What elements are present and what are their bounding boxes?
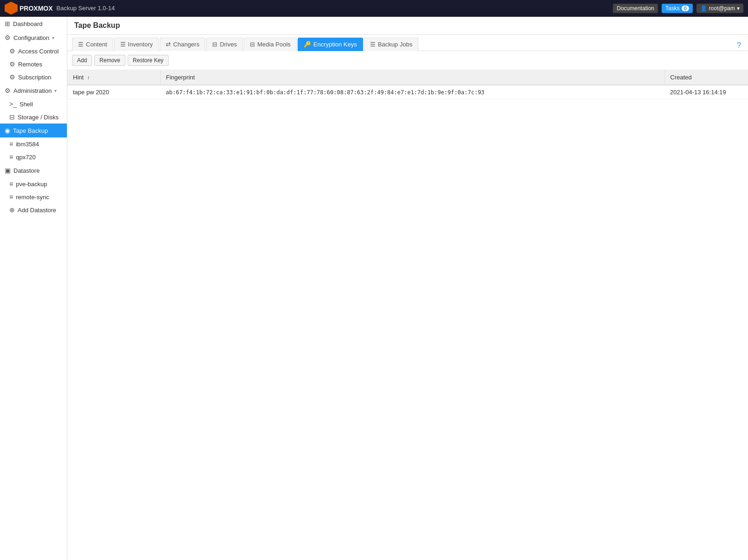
add-button[interactable]: Add bbox=[72, 55, 92, 66]
cell-fingerprint: ab:67:f4:1b:72:ca:33:e1:91:bf:0b:da:df:1… bbox=[160, 85, 664, 99]
tab-media-pools-label: Media Pools bbox=[257, 41, 291, 48]
dashboard-icon: ⊞ bbox=[5, 20, 10, 27]
user-menu-button[interactable]: 👤 root@pam ▾ bbox=[696, 4, 743, 13]
sidebar-item-dashboard[interactable]: ⊞ Dashboard bbox=[0, 17, 67, 31]
tab-encryption-keys[interactable]: 🔑 Encryption Keys bbox=[298, 38, 363, 51]
tab-encryption-keys-label: Encryption Keys bbox=[313, 41, 357, 48]
backup-jobs-tab-icon: ☰ bbox=[370, 41, 376, 48]
cell-hint: tape pw 2020 bbox=[67, 85, 160, 99]
inventory-tab-icon: ☰ bbox=[120, 41, 126, 48]
user-label: root@pam bbox=[709, 5, 735, 12]
expand-arrow-administration: ▾ bbox=[54, 88, 57, 93]
user-icon: 👤 bbox=[700, 5, 707, 12]
sidebar-item-qpx720[interactable]: ≡ qpx720 bbox=[0, 150, 67, 163]
toolbar: Add Remove Restore Key bbox=[67, 51, 748, 70]
sidebar-item-configuration[interactable]: ⚙ Configuration ▾ bbox=[0, 31, 67, 45]
sidebar-item-subscription[interactable]: ⚙ Subscription bbox=[0, 71, 67, 84]
column-created[interactable]: Created bbox=[664, 70, 748, 85]
sidebar-item-access-control[interactable]: ⚙ Access Control bbox=[0, 45, 67, 58]
qpx720-icon: ≡ bbox=[9, 153, 13, 161]
table-row[interactable]: tape pw 2020 ab:67:f4:1b:72:ca:33:e1:91:… bbox=[67, 85, 748, 99]
tab-inventory[interactable]: ☰ Inventory bbox=[114, 38, 159, 51]
column-fingerprint-label: Fingerprint bbox=[166, 74, 195, 81]
tab-changers[interactable]: ⇄ Changers bbox=[160, 38, 205, 51]
proxmox-logo-text: PROXMOX bbox=[20, 5, 53, 12]
storage-disks-icon: ⊟ bbox=[9, 113, 15, 121]
tab-media-pools[interactable]: ⊟ Media Pools bbox=[244, 38, 297, 51]
access-control-icon: ⚙ bbox=[9, 47, 15, 55]
sidebar-item-remote-sync[interactable]: ≡ remote-sync bbox=[0, 190, 67, 203]
topbar-title: Backup Server 1.0-14 bbox=[57, 5, 115, 12]
tape-backup-icon: ◉ bbox=[5, 127, 10, 134]
tabs-bar: ☰ Content ☰ Inventory ⇄ Changers ⊟ Drive… bbox=[67, 35, 748, 51]
subscription-icon: ⚙ bbox=[9, 73, 15, 81]
tab-backup-jobs[interactable]: ☰ Backup Jobs bbox=[364, 38, 418, 51]
tab-changers-label: Changers bbox=[173, 41, 199, 48]
sidebar-item-shell[interactable]: >_ Shell bbox=[0, 98, 67, 111]
sidebar-item-add-datastore[interactable]: ⊕ Add Datastore bbox=[0, 203, 67, 216]
topbar-right: Documentation Tasks 0 👤 root@pam ▾ bbox=[613, 4, 743, 13]
help-icon[interactable]: ? bbox=[737, 41, 741, 50]
datastore-icon: ▣ bbox=[5, 167, 11, 174]
column-hint[interactable]: Hint ↑ bbox=[67, 70, 160, 85]
ibm3584-icon: ≡ bbox=[9, 140, 13, 148]
proxmox-logo: PROXMOX bbox=[5, 2, 53, 15]
sidebar-label-pve-backup: pve-backup bbox=[16, 181, 47, 188]
sidebar-item-administration[interactable]: ⚙ Administration ▾ bbox=[0, 84, 67, 98]
page-title: Tape Backup bbox=[74, 21, 120, 29]
column-fingerprint[interactable]: Fingerprint bbox=[160, 70, 664, 85]
changers-tab-icon: ⇄ bbox=[166, 41, 171, 48]
sidebar-label-datastore: Datastore bbox=[13, 167, 39, 174]
encryption-keys-table: Hint ↑ Fingerprint Created tape pw 2020 … bbox=[67, 70, 748, 99]
sidebar-item-storage-disks[interactable]: ⊟ Storage / Disks bbox=[0, 111, 67, 124]
sidebar-item-ibm3584[interactable]: ≡ ibm3584 bbox=[0, 137, 67, 150]
shell-icon: >_ bbox=[9, 100, 17, 108]
topbar: PROXMOX Backup Server 1.0-14 Documentati… bbox=[0, 0, 748, 17]
sidebar-label-administration: Administration bbox=[13, 87, 52, 94]
add-datastore-icon: ⊕ bbox=[9, 206, 15, 214]
sidebar-label-ibm3584: ibm3584 bbox=[16, 141, 39, 148]
table-header-row: Hint ↑ Fingerprint Created bbox=[67, 70, 748, 85]
layout: ⊞ Dashboard ⚙ Configuration ▾ ⚙ Access C… bbox=[0, 17, 748, 560]
table-container: Hint ↑ Fingerprint Created tape pw 2020 … bbox=[67, 70, 748, 560]
tasks-label: Tasks bbox=[665, 5, 680, 12]
proxmox-logo-icon bbox=[5, 2, 18, 15]
sidebar-label-tape-backup: Tape Backup bbox=[13, 127, 48, 134]
tab-drives[interactable]: ⊟ Drives bbox=[206, 38, 243, 51]
cell-created: 2021-04-13 16:14:19 bbox=[664, 85, 748, 99]
sidebar-item-pve-backup[interactable]: ≡ pve-backup bbox=[0, 177, 67, 190]
drives-tab-icon: ⊟ bbox=[212, 41, 217, 48]
sidebar-item-remotes[interactable]: ⚙ Remotes bbox=[0, 58, 67, 71]
pve-backup-icon: ≡ bbox=[9, 180, 13, 188]
content-tab-icon: ☰ bbox=[78, 41, 84, 48]
encryption-keys-tab-icon: 🔑 bbox=[304, 41, 311, 48]
remote-sync-icon: ≡ bbox=[9, 193, 13, 201]
column-hint-label: Hint bbox=[73, 74, 84, 81]
sidebar-item-datastore[interactable]: ▣ Datastore bbox=[0, 163, 67, 177]
sidebar-label-storage-disks: Storage / Disks bbox=[18, 114, 59, 121]
tab-drives-label: Drives bbox=[220, 41, 237, 48]
tab-content-label: Content bbox=[86, 41, 107, 48]
chevron-down-icon: ▾ bbox=[737, 5, 740, 12]
tab-content[interactable]: ☰ Content bbox=[72, 38, 113, 51]
sidebar-label-access-control: Access Control bbox=[18, 48, 59, 55]
sidebar-label-dashboard: Dashboard bbox=[13, 20, 43, 27]
restore-key-button[interactable]: Restore Key bbox=[128, 55, 169, 66]
remotes-icon: ⚙ bbox=[9, 60, 15, 68]
tasks-button[interactable]: Tasks 0 bbox=[662, 4, 693, 13]
tab-backup-jobs-label: Backup Jobs bbox=[378, 41, 412, 48]
topbar-left: PROXMOX Backup Server 1.0-14 bbox=[5, 2, 115, 15]
media-pools-tab-icon: ⊟ bbox=[250, 41, 255, 48]
sidebar-label-configuration: Configuration bbox=[13, 34, 49, 41]
documentation-button[interactable]: Documentation bbox=[613, 4, 658, 13]
sidebar-item-tape-backup[interactable]: ◉ Tape Backup bbox=[0, 124, 67, 137]
tab-inventory-label: Inventory bbox=[128, 41, 153, 48]
expand-arrow-configuration: ▾ bbox=[52, 35, 54, 40]
sidebar-label-add-datastore: Add Datastore bbox=[18, 207, 56, 214]
sidebar-label-qpx720: qpx720 bbox=[16, 154, 36, 161]
sidebar-label-remote-sync: remote-sync bbox=[16, 194, 49, 201]
remove-button[interactable]: Remove bbox=[94, 55, 125, 66]
sidebar-label-subscription: Subscription bbox=[18, 74, 52, 81]
tasks-count: 0 bbox=[682, 6, 689, 11]
administration-icon: ⚙ bbox=[5, 87, 11, 94]
